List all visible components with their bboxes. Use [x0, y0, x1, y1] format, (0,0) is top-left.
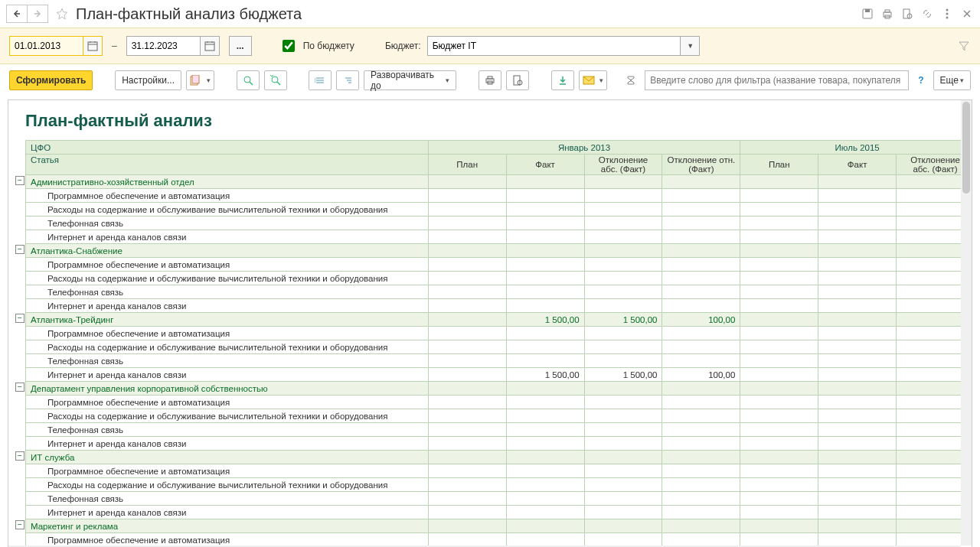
- group-row[interactable]: −Маркетинг и реклама: [26, 519, 962, 533]
- budget-input[interactable]: [427, 36, 680, 56]
- value-cell: [506, 299, 584, 313]
- collapse-toggle-icon[interactable]: −: [15, 520, 24, 529]
- header-row-1: ЦФО Январь 2013 Июль 2015: [26, 141, 962, 155]
- quick-filter-input[interactable]: [645, 70, 909, 90]
- filter-funnel-icon[interactable]: [957, 39, 971, 53]
- detail-row[interactable]: Интернет и аренда каналов связи: [26, 299, 962, 313]
- save-icon[interactable]: [861, 7, 874, 21]
- expand-button[interactable]: [336, 70, 359, 90]
- group-name-label: ИТ служба: [31, 453, 74, 462]
- settings-button[interactable]: Настройки...: [115, 70, 181, 90]
- group-row[interactable]: −Административно-хозяйственный отдел: [26, 175, 962, 189]
- value-cell: [428, 354, 506, 368]
- value-cell: [897, 437, 961, 451]
- group-name-cell[interactable]: −Атлантика-Снабжение: [26, 244, 429, 258]
- value-cell: [818, 189, 897, 203]
- more-button[interactable]: Еще▾: [933, 70, 971, 90]
- group-name-cell[interactable]: −Маркетинг и реклама: [26, 519, 429, 533]
- value-cell: [506, 230, 584, 244]
- collapse-toggle-icon[interactable]: −: [15, 451, 24, 461]
- params-bar: – ... По бюджету Бюджет: ▼: [0, 28, 980, 64]
- expand-to-button[interactable]: Разворачивать до▾: [364, 70, 456, 90]
- value-cell: [506, 272, 584, 285]
- favorite-star-icon[interactable]: [54, 6, 70, 21]
- find-next-button[interactable]: [264, 70, 287, 90]
- group-name-label: Атлантика-Трейдинг: [31, 315, 113, 324]
- value-cell: [740, 396, 818, 409]
- detail-row[interactable]: Программное обеспечение и автоматизация: [26, 189, 962, 203]
- group-name-cell[interactable]: −ИТ служба: [26, 451, 429, 464]
- budget-label: Бюджет:: [385, 41, 421, 51]
- value-cell: [818, 203, 897, 217]
- value-cell: [428, 299, 506, 313]
- print-preview-button[interactable]: [506, 70, 529, 90]
- detail-row[interactable]: Программное обеспечение и автоматизация: [26, 258, 962, 272]
- vertical-scrollbar[interactable]: [961, 100, 972, 545]
- date-from-calendar-button[interactable]: [83, 36, 103, 56]
- article-cell: Интернет и аренда каналов связи: [26, 230, 429, 244]
- collapse-toggle-icon[interactable]: −: [15, 176, 24, 185]
- value-cell: [818, 409, 897, 423]
- detail-row[interactable]: Интернет и аренда каналов связи1 500,001…: [26, 368, 962, 382]
- detail-row[interactable]: Интернет и аренда каналов связи: [26, 506, 962, 519]
- detail-row[interactable]: Расходы на содержание и обслуживание выч…: [26, 409, 962, 423]
- find-button[interactable]: [237, 70, 260, 90]
- detail-row[interactable]: Расходы на содержание и обслуживание выч…: [26, 203, 962, 217]
- value-cell: [662, 217, 740, 230]
- header-fact-1: Факт: [506, 155, 584, 175]
- article-cell: Программное обеспечение и автоматизация: [26, 396, 429, 409]
- group-row[interactable]: −Атлантика-Трейдинг1 500,001 500,00100,0…: [26, 313, 962, 327]
- print-icon[interactable]: [880, 7, 894, 21]
- detail-row[interactable]: Программное обеспечение и автоматизация: [26, 396, 962, 409]
- vertical-scroll-thumb[interactable]: [962, 102, 970, 194]
- detail-row[interactable]: Программное обеспечение и автоматизация: [26, 327, 962, 340]
- value-cell: [428, 258, 506, 272]
- article-cell: Программное обеспечение и автоматизация: [26, 189, 429, 203]
- group-name-cell[interactable]: −Атлантика-Трейдинг: [26, 313, 429, 327]
- run-button[interactable]: Сформировать: [9, 70, 93, 90]
- settings-variants-button[interactable]: ▾: [186, 70, 214, 90]
- collapse-toggle-icon[interactable]: −: [15, 245, 24, 254]
- detail-row[interactable]: Программное обеспечение и автоматизация: [26, 464, 962, 478]
- group-name-cell[interactable]: −Административно-хозяйственный отдел: [26, 175, 429, 189]
- group-cell: [584, 175, 662, 189]
- period-picker-button[interactable]: ...: [229, 36, 252, 56]
- value-cell: [506, 189, 584, 203]
- save-report-button[interactable]: [551, 70, 574, 90]
- value-cell: [897, 409, 961, 423]
- print-button[interactable]: [479, 70, 501, 90]
- date-to-calendar-button[interactable]: [200, 36, 220, 56]
- nav-back-button[interactable]: [6, 5, 28, 23]
- date-to-input[interactable]: [126, 36, 200, 56]
- detail-row[interactable]: Расходы на содержание и обслуживание выч…: [26, 340, 962, 354]
- group-cell: [584, 451, 662, 464]
- date-from-input[interactable]: [9, 36, 83, 56]
- preview-icon[interactable]: [900, 7, 914, 21]
- detail-row[interactable]: Телефонная связь: [26, 217, 962, 230]
- detail-row[interactable]: Телефонная связь: [26, 492, 962, 506]
- detail-row[interactable]: Расходы на содержание и обслуживание выч…: [26, 478, 962, 492]
- nav-forward-button[interactable]: [27, 5, 48, 23]
- send-button[interactable]: ▾: [579, 70, 607, 90]
- sum-icon[interactable]: [622, 70, 640, 90]
- detail-row[interactable]: Телефонная связь: [26, 354, 962, 368]
- detail-row[interactable]: Телефонная связь: [26, 423, 962, 437]
- detail-row[interactable]: Программное обеспечение и автоматизация: [26, 533, 962, 546]
- group-row[interactable]: −Департамент управления корпоративной со…: [26, 382, 962, 396]
- collapse-button[interactable]: [309, 70, 332, 90]
- group-row[interactable]: −ИТ служба: [26, 451, 962, 464]
- close-icon[interactable]: [960, 7, 974, 21]
- collapse-toggle-icon[interactable]: −: [15, 314, 24, 323]
- collapse-toggle-icon[interactable]: −: [15, 383, 24, 392]
- kebab-menu-icon[interactable]: [940, 7, 954, 21]
- detail-row[interactable]: Интернет и аренда каналов связи: [26, 230, 962, 244]
- detail-row[interactable]: Интернет и аренда каналов связи: [26, 437, 962, 451]
- by-budget-checkbox[interactable]: [283, 40, 295, 52]
- group-name-cell[interactable]: −Департамент управления корпоративной со…: [26, 382, 429, 396]
- budget-dropdown-button[interactable]: ▼: [680, 36, 700, 56]
- help-button[interactable]: ?: [913, 75, 928, 86]
- detail-row[interactable]: Расходы на содержание и обслуживание выч…: [26, 272, 962, 285]
- detail-row[interactable]: Телефонная связь: [26, 285, 962, 299]
- link-icon[interactable]: [920, 7, 934, 21]
- group-row[interactable]: −Атлантика-Снабжение: [26, 244, 962, 258]
